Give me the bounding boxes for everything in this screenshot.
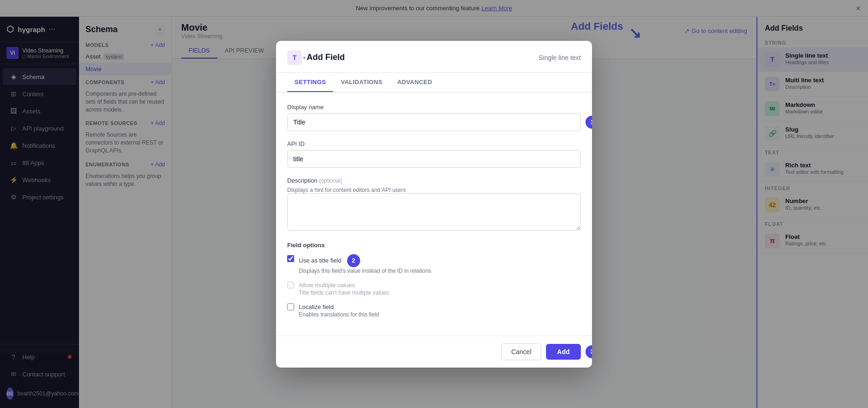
use-as-title-text: Use as title field 2 Displays this field… bbox=[299, 254, 431, 274]
display-name-input[interactable] bbox=[287, 113, 581, 131]
add-field-modal: T ▼ Add Field Single line text SETTINGS … bbox=[276, 41, 592, 368]
modal-footer: Cancel Add 3 bbox=[276, 336, 592, 368]
modal-body: Display name 1 API ID Description (optio… bbox=[276, 92, 592, 336]
localize-field-hint: Enables translations for this field bbox=[299, 311, 379, 318]
display-name-label: Display name bbox=[287, 104, 581, 111]
modal-title: Add Field bbox=[307, 53, 345, 62]
modal-tab-settings[interactable]: SETTINGS bbox=[287, 73, 333, 92]
allow-multiple-hint: Title fields can't have multiple values bbox=[299, 290, 389, 296]
localize-field-option: Localize field Enables translations for … bbox=[287, 303, 581, 318]
modal-tabs: SETTINGS VALIDATIONS ADVANCED bbox=[276, 73, 592, 92]
modal-tab-advanced[interactable]: ADVANCED bbox=[390, 73, 440, 92]
modal-title-row: T ▼ Add Field bbox=[287, 50, 345, 65]
use-as-title-label: Use as title field bbox=[299, 257, 342, 264]
description-textarea[interactable] bbox=[287, 193, 581, 230]
localize-field-checkbox[interactable] bbox=[287, 303, 294, 310]
use-as-title-checkbox[interactable] bbox=[287, 255, 294, 262]
field-options-label: Field options bbox=[287, 242, 581, 249]
step-2-badge: 2 bbox=[347, 254, 360, 267]
api-id-label: API ID bbox=[287, 140, 581, 147]
modal-overlay: T ▼ Add Field Single line text SETTINGS … bbox=[0, 0, 868, 408]
localize-field-text: Localize field Enables translations for … bbox=[299, 303, 379, 318]
modal-header: T ▼ Add Field Single line text bbox=[276, 41, 592, 73]
allow-multiple-text: Allow multiple values Title fields can't… bbox=[299, 281, 389, 296]
localize-field-label: Localize field bbox=[299, 303, 334, 310]
modal-tab-validations[interactable]: VALIDATIONS bbox=[333, 73, 389, 92]
use-as-title-option: Use as title field 2 Displays this field… bbox=[287, 254, 581, 274]
step-1-badge: 1 bbox=[585, 116, 592, 129]
use-as-title-hint: Displays this field's value instead of t… bbox=[299, 268, 431, 274]
cancel-button[interactable]: Cancel bbox=[501, 343, 541, 360]
api-id-group: API ID bbox=[287, 140, 581, 168]
step-3-badge: 3 bbox=[585, 345, 592, 358]
description-hint: Displays a hint for content editors and … bbox=[287, 187, 581, 193]
add-button[interactable]: Add bbox=[546, 344, 581, 360]
modal-type-icon: T ▼ bbox=[287, 50, 302, 65]
modal-field-type: Single line text bbox=[539, 54, 581, 61]
description-label: Description (optional) bbox=[287, 177, 581, 184]
field-options-section: Field options Use as title field 2 Displ… bbox=[287, 242, 581, 318]
allow-multiple-label: Allow multiple values bbox=[299, 282, 355, 289]
allow-multiple-option: Allow multiple values Title fields can't… bbox=[287, 281, 581, 296]
api-id-input[interactable] bbox=[287, 150, 581, 168]
description-group: Description (optional) Displays a hint f… bbox=[287, 177, 581, 232]
display-name-group: Display name 1 bbox=[287, 104, 581, 131]
allow-multiple-checkbox[interactable] bbox=[287, 282, 294, 289]
